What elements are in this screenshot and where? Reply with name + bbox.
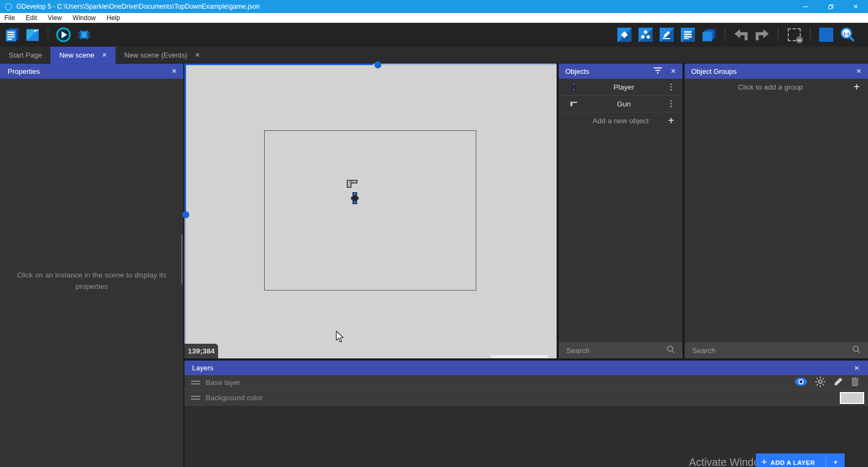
gdevelop-window: GDevelop 5 - C:\Users\Sparkle\OneDrive\D…: [0, 0, 868, 467]
chevron-down-icon[interactable]: ▾: [826, 459, 845, 466]
project-manager-icon[interactable]: [4, 27, 20, 42]
horizontal-scrollbar-track[interactable]: [184, 64, 373, 65]
menu-view[interactable]: View: [42, 13, 67, 23]
object-name: Player: [583, 83, 665, 91]
instances-list-icon[interactable]: [680, 27, 695, 42]
restore-icon: [828, 4, 833, 9]
layer-row-background-color[interactable]: Background color: [184, 390, 868, 406]
layers-panel-icon[interactable]: [701, 27, 717, 42]
tab-label: Start Page: [9, 51, 42, 59]
tab-start-page[interactable]: Start Page: [0, 47, 50, 64]
tab-label: New scene: [59, 51, 94, 59]
tab-label: New scene (Events): [124, 51, 187, 59]
horizontal-scrollbar-thumb[interactable]: [374, 61, 381, 68]
scene-window-icon[interactable]: [25, 27, 40, 42]
menu-help[interactable]: Help: [101, 13, 126, 23]
object-row-gun[interactable]: Gun ⋮: [559, 96, 682, 112]
background-color-swatch[interactable]: [840, 392, 864, 404]
minimize-button[interactable]: [793, 0, 818, 13]
minimize-icon: [803, 7, 808, 7]
object-groups-panel-icon[interactable]: [638, 27, 653, 42]
filter-icon[interactable]: [654, 67, 662, 75]
layer-edit-icon[interactable]: [833, 377, 843, 389]
toolbar-separator: [725, 28, 725, 42]
vertical-scrollbar-thumb[interactable]: [182, 211, 189, 218]
drag-handle-icon[interactable]: [191, 381, 200, 384]
layer-name: Base layer: [206, 378, 240, 387]
add-new-object-button[interactable]: Add a new object +: [559, 112, 682, 129]
layer-visibility-icon[interactable]: [795, 377, 807, 388]
objects-search-input[interactable]: [566, 346, 667, 355]
toolbar-separator: [48, 28, 48, 42]
properties-scrollbar[interactable]: [181, 235, 182, 285]
vertical-scrollbar-track[interactable]: [184, 219, 186, 358]
grid-icon[interactable]: [819, 27, 834, 42]
object-row-player[interactable]: Player ⋮: [559, 79, 682, 96]
tab-close-icon[interactable]: ✕: [195, 52, 200, 59]
mouse-cursor-icon: [335, 331, 344, 345]
groups-search-input[interactable]: [692, 346, 852, 355]
close-panel-icon[interactable]: ✕: [856, 67, 861, 75]
player-instance[interactable]: [350, 192, 359, 206]
toolbar-separator: [778, 28, 778, 42]
vertical-scrollbar-track[interactable]: [184, 64, 186, 212]
properties-empty-message: Click on an instance in the scene to dis…: [10, 270, 173, 293]
objects-panel-header: Objects ✕: [559, 64, 682, 79]
object-name: Gun: [583, 100, 665, 108]
drag-handle-icon[interactable]: [191, 396, 200, 400]
object-groups-panel: Object Groups ✕ Click to add a group +: [685, 64, 868, 358]
gun-instance[interactable]: [346, 179, 358, 191]
object-menu-icon[interactable]: ⋮: [665, 99, 677, 109]
layer-delete-icon[interactable]: [851, 377, 859, 389]
menu-window[interactable]: Window: [67, 13, 101, 23]
restore-button[interactable]: [818, 0, 843, 13]
layers-panel-footer: Activate Windows Go to Settings to activ…: [184, 406, 868, 467]
close-button[interactable]: ✕: [843, 0, 868, 13]
horizontal-scrollbar-track[interactable]: [382, 64, 557, 65]
objects-panel: Objects ✕ Player ⋮ Gun ⋮ Add a new objec…: [559, 64, 682, 358]
gun-object-icon: [564, 100, 583, 108]
redo-icon[interactable]: [755, 27, 770, 42]
search-icon: [667, 345, 675, 356]
menu-edit[interactable]: Edit: [20, 13, 42, 23]
undo-icon[interactable]: [733, 27, 749, 42]
play-icon[interactable]: [56, 27, 71, 42]
tab-close-icon[interactable]: ✕: [102, 52, 107, 59]
properties-panel-header: Properties ✕: [0, 64, 183, 79]
groups-search-row: [685, 342, 868, 358]
gdevelop-logo-icon: [5, 3, 12, 10]
layers-panel: Layers ✕ Base layer: [184, 361, 868, 467]
layer-effects-icon[interactable]: [815, 376, 826, 389]
debug-icon[interactable]: [76, 27, 92, 42]
menu-file[interactable]: File: [0, 13, 20, 23]
zoom-1-1-icon[interactable]: 1:1: [840, 27, 855, 42]
delete-selection-icon[interactable]: [787, 27, 802, 42]
game-window-bounds: [264, 130, 476, 291]
tab-new-scene-events[interactable]: New scene (Events) ✕: [116, 47, 209, 64]
plus-icon: +: [665, 115, 677, 127]
menubar: File Edit View Window Help: [0, 13, 868, 23]
panel-title: Object Groups: [691, 67, 737, 75]
toolbar: 1:1: [0, 23, 868, 47]
search-icon: [852, 345, 860, 356]
close-panel-icon[interactable]: ✕: [171, 67, 177, 75]
plus-icon: +: [756, 456, 770, 467]
close-panel-icon[interactable]: ✕: [671, 67, 676, 75]
instance-properties-icon[interactable]: [659, 27, 674, 42]
canvas-bottom-scrollbar-thumb[interactable]: [491, 355, 548, 358]
object-menu-icon[interactable]: ⋮: [665, 82, 677, 92]
svg-text:1:1: 1:1: [843, 31, 850, 36]
tab-new-scene[interactable]: New scene ✕: [50, 47, 116, 64]
object-groups-panel-header: Object Groups ✕: [685, 64, 868, 79]
objects-panel-icon[interactable]: [617, 27, 632, 42]
panel-title: Objects: [565, 67, 589, 75]
tabbar: Start Page New scene ✕ New scene (Events…: [0, 47, 868, 64]
window-title: GDevelop 5 - C:\Users\Sparkle\OneDrive\D…: [16, 3, 260, 10]
close-panel-icon[interactable]: ✕: [854, 364, 859, 372]
add-group-button[interactable]: Click to add a group +: [685, 79, 868, 96]
add-a-layer-button[interactable]: + ADD A LAYER ▾: [756, 453, 845, 467]
layer-row-base[interactable]: Base layer: [184, 375, 868, 390]
scene-canvas[interactable]: 139;384: [184, 64, 557, 358]
toolbar-separator: [810, 28, 810, 42]
layers-panel-header: Layers ✕: [184, 361, 868, 375]
